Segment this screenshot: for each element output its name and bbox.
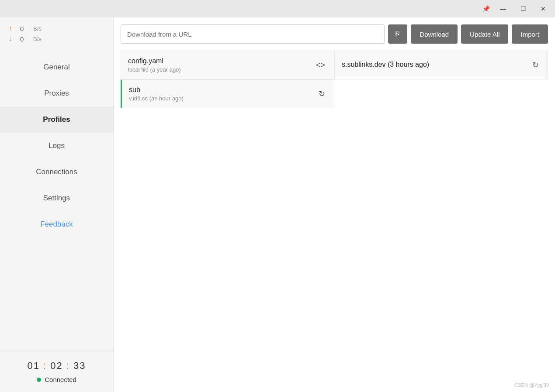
sidebar-item-connections[interactable]: Connections xyxy=(0,159,113,185)
profile-refresh-button-sub[interactable]: ↻ xyxy=(317,87,327,100)
sidebar-item-feedback[interactable]: Feedback xyxy=(0,211,113,237)
clock: 01 : 02 : 33 xyxy=(9,360,104,371)
sidebar-item-logs[interactable]: Logs xyxy=(0,133,113,159)
download-button[interactable]: Download xyxy=(411,24,458,44)
profile-source-config: local file (a year ago) xyxy=(128,66,181,73)
upload-stat: ↑ 0 B/s xyxy=(9,24,104,32)
sidebar-nav: General Proxies Profiles Logs Connection… xyxy=(0,50,113,351)
connection-status-label: Connected xyxy=(45,376,76,383)
paste-icon: ⎘ xyxy=(395,30,400,39)
profile-source-sub: v.id9.cc (an hour ago) xyxy=(129,95,184,102)
profile-card-sub[interactable]: sub v.id9.cc (an hour ago) ↻ xyxy=(121,79,334,108)
clock-colon1: : xyxy=(40,360,50,371)
profile-card-sublinks[interactable]: s.sublinks.dev (3 hours ago) ↻ xyxy=(334,51,548,79)
profile-card-config[interactable]: config.yaml local file (a year ago) <> xyxy=(121,51,334,79)
connection-status: Connected xyxy=(9,376,104,383)
profile-refresh-button-sublinks[interactable]: ↻ xyxy=(531,58,541,72)
profile-name-config: config.yaml xyxy=(128,57,181,65)
profile-edit-button-config[interactable]: <> xyxy=(314,59,327,72)
app-container: ↑ 0 B/s ↓ 0 B/s General Proxies Profiles… xyxy=(0,17,555,392)
close-button[interactable]: ✕ xyxy=(533,2,553,16)
network-stats: ↑ 0 B/s ↓ 0 B/s xyxy=(0,17,113,50)
maximize-button[interactable]: ☐ xyxy=(513,2,533,16)
url-input[interactable] xyxy=(121,24,385,44)
upload-unit: B/s xyxy=(33,25,42,32)
upload-value: 0 xyxy=(20,25,29,32)
download-unit: B/s xyxy=(33,36,42,42)
import-button[interactable]: Import xyxy=(512,24,548,44)
profiles-grid: config.yaml local file (a year ago) <> s… xyxy=(121,51,548,108)
profile-info-config: config.yaml local file (a year ago) xyxy=(128,57,181,73)
watermark: CSDN @Yygj39 xyxy=(514,382,549,388)
download-value: 0 xyxy=(20,35,29,43)
sidebar-item-proxies[interactable]: Proxies xyxy=(0,80,113,107)
main-content: ⎘ Download Update All Import config.yaml… xyxy=(114,17,555,392)
upload-arrow-icon: ↑ xyxy=(9,24,16,32)
pin-button[interactable]: 📌 xyxy=(479,2,493,16)
profile-name-sublinks: s.sublinks.dev (3 hours ago) xyxy=(342,61,429,69)
profile-info-sub: sub v.id9.cc (an hour ago) xyxy=(129,86,184,102)
url-bar-row: ⎘ Download Update All Import xyxy=(121,24,548,44)
minimize-button[interactable]: — xyxy=(493,2,513,16)
update-all-button[interactable]: Update All xyxy=(461,24,508,44)
clock-colon2: : xyxy=(63,360,73,371)
profile-name-sub: sub xyxy=(129,86,184,94)
profile-info-sublinks: s.sublinks.dev (3 hours ago) xyxy=(342,61,429,70)
sidebar-bottom: 01 : 02 : 33 Connected xyxy=(0,351,113,392)
clock-seconds: 33 xyxy=(73,360,86,371)
sidebar-item-general[interactable]: General xyxy=(0,54,113,80)
download-arrow-icon: ↓ xyxy=(9,35,16,43)
sidebar-item-settings[interactable]: Settings xyxy=(0,185,113,211)
paste-button[interactable]: ⎘ xyxy=(388,24,407,44)
clock-hours: 01 xyxy=(27,360,39,371)
sidebar: ↑ 0 B/s ↓ 0 B/s General Proxies Profiles… xyxy=(0,17,114,392)
sidebar-item-profiles[interactable]: Profiles xyxy=(0,107,113,133)
clock-minutes: 02 xyxy=(50,360,62,371)
download-stat: ↓ 0 B/s xyxy=(9,35,104,43)
titlebar: 📌 — ☐ ✕ xyxy=(0,0,555,17)
status-dot-icon xyxy=(37,378,41,382)
